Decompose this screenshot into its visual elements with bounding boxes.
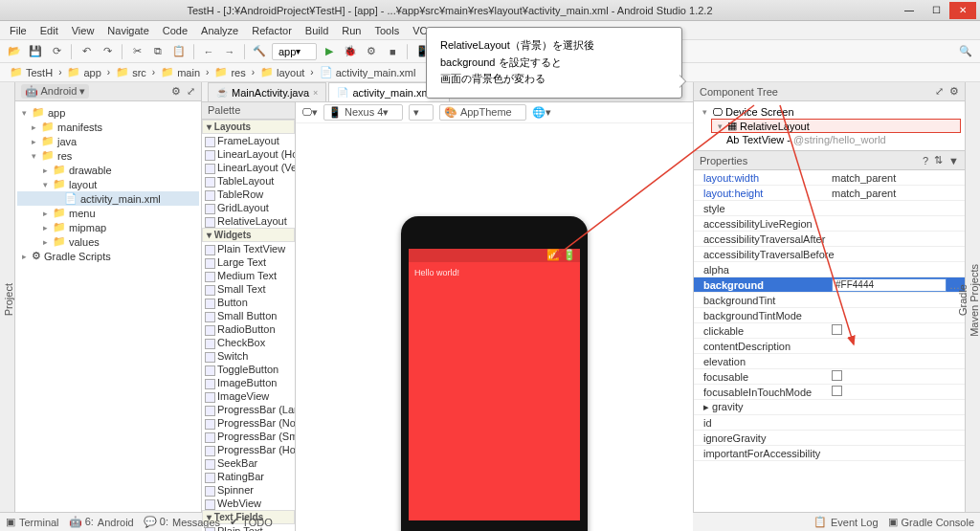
theme-selector[interactable]: 🎨 AppTheme	[439, 104, 525, 121]
help-icon[interactable]: ?	[923, 155, 928, 166]
property-row[interactable]: importantForAccessibility	[694, 446, 965, 461]
property-row[interactable]: elevation	[694, 354, 965, 369]
debug-icon[interactable]: 🐞	[342, 43, 359, 60]
property-value-input[interactable]	[832, 278, 947, 292]
api-selector[interactable]: ▾	[409, 104, 434, 121]
expand-icon[interactable]: ⤢	[935, 85, 944, 98]
menu-run[interactable]: Run	[336, 23, 367, 38]
menu-file[interactable]: File	[4, 23, 33, 38]
maximize-button[interactable]: ☐	[923, 2, 949, 19]
panel-gear-icon[interactable]: ⚙	[949, 85, 959, 98]
locale-icon[interactable]: 🌐▾	[532, 106, 551, 119]
run-icon[interactable]: ▶	[321, 43, 338, 60]
close-button[interactable]: ✕	[949, 2, 976, 19]
menu-view[interactable]: View	[66, 23, 100, 38]
palette-item[interactable]: Switch	[202, 349, 295, 363]
bottom-eventlog[interactable]: 📋 Event Log	[813, 516, 879, 528]
bottom-gradle-console[interactable]: ▣ Gradle Console	[888, 516, 974, 528]
bottom-terminal[interactable]: ▣ Terminal	[6, 516, 59, 528]
close-tab-icon[interactable]: ×	[313, 88, 318, 98]
tree-app[interactable]: app	[48, 107, 65, 119]
crumb-layout[interactable]: 📁 layout	[256, 65, 308, 79]
project-view-selector[interactable]: 🤖 Android ▾	[21, 84, 89, 99]
palette-item[interactable]: RadioButton	[202, 322, 295, 336]
undo-icon[interactable]: ↶	[78, 43, 95, 60]
palette-item[interactable]: ProgressBar (Large)	[202, 403, 295, 416]
palette-item[interactable]: Medium Text	[202, 269, 295, 282]
palette-item[interactable]: ProgressBar (Small)	[202, 430, 295, 443]
panel-gear-icon[interactable]: ⚙	[171, 85, 181, 98]
tree-gradle[interactable]: Gradle Scripts	[44, 251, 111, 262]
gutter-maven[interactable]: Maven Projects	[969, 260, 980, 341]
open-icon[interactable]: 📂	[6, 43, 23, 60]
device-selector[interactable]: 📱 Nexus 4▾	[323, 104, 403, 121]
property-row[interactable]: id	[694, 415, 965, 431]
palette-item[interactable]: RatingBar	[202, 470, 295, 483]
palette-item[interactable]: ProgressBar (Horizonta	[202, 443, 295, 456]
property-row[interactable]: focusableInTouchMode	[694, 385, 965, 400]
gutter-gradle[interactable]: Gradle	[957, 280, 969, 320]
bottom-android[interactable]: 🤖 6: Android	[69, 516, 134, 528]
palette-item[interactable]: Plain TextView	[202, 242, 295, 255]
palette-item[interactable]: GridLayout	[202, 201, 295, 214]
ct-textview[interactable]: Ab TextView - @string/hello_world	[724, 133, 961, 146]
copy-icon[interactable]: ⧉	[149, 43, 167, 60]
save-icon[interactable]: 💾	[27, 43, 44, 60]
editor-tab-mainactivity[interactable]: ☕ MainActivity.java ×	[208, 82, 326, 101]
property-row[interactable]: alpha	[694, 262, 965, 277]
menu-analyze[interactable]: Analyze	[195, 23, 244, 38]
palette-item[interactable]: Large Text	[202, 255, 295, 269]
tree-menu[interactable]: menu	[69, 208, 96, 219]
palette-item[interactable]: RelativeLayout	[202, 214, 295, 228]
property-row[interactable]: contentDescription	[694, 339, 965, 354]
palette-item[interactable]: FrameLayout	[202, 134, 295, 147]
property-row[interactable]: clickable	[694, 323, 965, 339]
ct-relativelayout[interactable]: ▾▦ RelativeLayout	[711, 119, 961, 133]
cut-icon[interactable]: ✂	[128, 43, 145, 60]
orientation-icon[interactable]: 🖵▾	[301, 106, 318, 119]
tree-mipmap[interactable]: mipmap	[69, 222, 106, 233]
make-icon[interactable]: 🔨	[251, 43, 268, 60]
palette-item[interactable]: Button	[202, 296, 295, 309]
minimize-button[interactable]: —	[896, 2, 923, 19]
palette-item[interactable]: Small Text	[202, 282, 295, 296]
tree-manifests[interactable]: manifests	[57, 122, 102, 133]
run-config-selector[interactable]: app ▾	[272, 43, 317, 60]
palette-group-widgets[interactable]: ▾ Widgets	[202, 228, 295, 242]
paste-icon[interactable]: 📋	[170, 43, 188, 60]
property-row[interactable]: backgroundTintMode	[694, 308, 965, 323]
palette-item[interactable]: ToggleButton	[202, 363, 295, 376]
menu-code[interactable]: Code	[157, 23, 193, 38]
property-row[interactable]: accessibilityLiveRegion	[694, 216, 965, 232]
palette-item[interactable]: ImageButton	[202, 376, 295, 389]
ct-device-screen[interactable]: ▾🖵 Device Screen	[698, 105, 961, 119]
palette-item[interactable]: Spinner	[202, 483, 295, 497]
attach-icon[interactable]: ⚙	[363, 43, 380, 60]
panel-collapse-icon[interactable]: ⤢	[187, 85, 195, 98]
property-row[interactable]: ignoreGravity	[694, 431, 965, 446]
property-checkbox[interactable]	[832, 370, 842, 381]
tree-drawable[interactable]: drawable	[69, 165, 112, 176]
crumb-project[interactable]: 📁 TestH	[6, 65, 56, 79]
stop-icon[interactable]: ■	[384, 43, 401, 60]
redo-icon[interactable]: ↷	[99, 43, 116, 60]
sort-icon[interactable]: ⇅	[934, 154, 943, 166]
crumb-src[interactable]: 📁 src	[112, 65, 150, 79]
palette-group-layouts[interactable]: ▾ Layouts	[202, 120, 295, 134]
back-icon[interactable]: ←	[200, 43, 217, 60]
property-row[interactable]: layout:heightmatch_parent	[694, 186, 965, 201]
property-row[interactable]: accessibilityTraversalBefore	[694, 247, 965, 262]
gutter-project[interactable]: Project	[3, 279, 14, 320]
tree-values[interactable]: values	[69, 236, 100, 248]
palette-item[interactable]: SeekBar	[202, 456, 295, 470]
palette-item[interactable]: CheckBox	[202, 336, 295, 349]
project-tree[interactable]: ▾📁 app ▸📁 manifests ▸📁 java ▾📁 res ▸📁 dr…	[15, 101, 201, 267]
property-row[interactable]: layout:widthmatch_parent	[694, 170, 965, 186]
tree-activity-main[interactable]: activity_main.xml	[80, 193, 161, 205]
forward-icon[interactable]: →	[221, 43, 238, 60]
property-checkbox[interactable]	[832, 324, 842, 335]
palette-item[interactable]: TableRow	[202, 188, 295, 201]
sync-icon[interactable]: ⟳	[48, 43, 65, 60]
palette-item[interactable]: ImageView	[202, 389, 295, 403]
crumb-res[interactable]: 📁 res	[211, 65, 249, 79]
